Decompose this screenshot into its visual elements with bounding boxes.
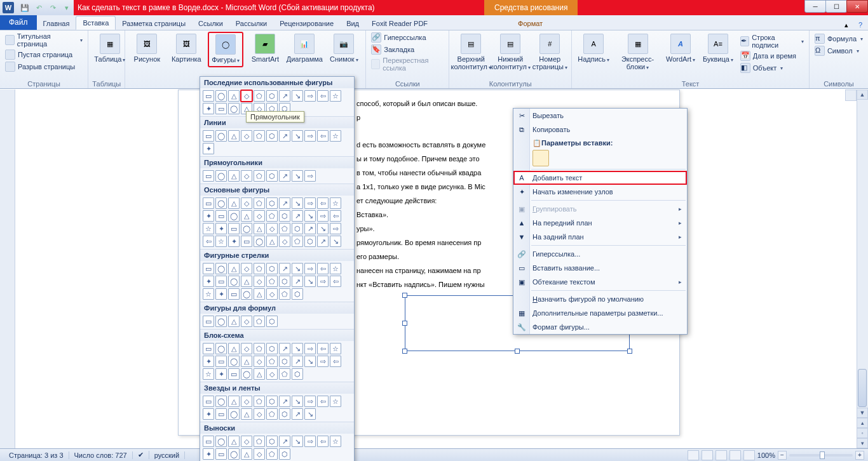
cover-page-button[interactable]: Титульная страница▾: [4, 32, 84, 48]
shape-thumbnail[interactable]: ◯: [241, 223, 252, 234]
shape-thumbnail[interactable]: ⬠: [279, 223, 290, 234]
shape-thumbnail[interactable]: ⇦: [317, 396, 329, 407]
shape-thumbnail[interactable]: ▭: [215, 103, 227, 114]
shape-thumbnail[interactable]: ↗: [279, 396, 290, 407]
clipart-button[interactable]: 🖼Картинка: [168, 32, 204, 65]
shape-thumbnail[interactable]: ↘: [292, 170, 303, 182]
shape-thumbnail[interactable]: ◇: [279, 236, 290, 247]
shape-thumbnail[interactable]: ✦: [215, 368, 227, 380]
shape-thumbnail[interactable]: ◯: [215, 130, 227, 142]
view-web[interactable]: [715, 450, 727, 460]
shape-thumbnail[interactable]: ↗: [292, 210, 303, 222]
shape-thumbnail[interactable]: ☆: [330, 263, 341, 274]
vertical-scrollbar[interactable]: ▲ ▼ ▴ ◦ ▾: [857, 90, 868, 448]
equation-button[interactable]: πФормула▾: [813, 33, 864, 44]
tab-format[interactable]: Формат: [512, 17, 549, 30]
shape-thumbnail[interactable]: ◯: [228, 356, 240, 367]
shape-thumbnail[interactable]: ◯: [215, 436, 227, 447]
tab-foxit[interactable]: Foxit Reader PDF: [365, 17, 434, 30]
status-proofing[interactable]: ✔: [133, 451, 149, 459]
shape-thumbnail[interactable]: ✦: [203, 276, 214, 287]
shape-thumbnail[interactable]: ✦: [203, 210, 214, 222]
close-button[interactable]: ✕: [846, 0, 868, 13]
tab-home[interactable]: Главная: [37, 17, 76, 30]
zoom-thumb[interactable]: [820, 451, 825, 459]
shape-thumbnail[interactable]: △: [254, 223, 265, 234]
shape-thumbnail[interactable]: ⬠: [254, 130, 265, 142]
shape-thumbnail[interactable]: ◇: [266, 368, 278, 380]
shape-thumbnail[interactable]: △: [228, 436, 240, 447]
shape-thumbnail[interactable]: ◯: [215, 90, 227, 102]
tab-page-layout[interactable]: Разметка страницы: [116, 17, 192, 30]
ctx-cut[interactable]: ✂Вырезать: [513, 109, 687, 123]
shape-thumbnail[interactable]: ◇: [241, 316, 252, 327]
shape-thumbnail[interactable]: △: [241, 356, 252, 367]
shape-thumbnail[interactable]: △: [254, 288, 265, 300]
tab-references[interactable]: Ссылки: [192, 17, 229, 30]
shape-thumbnail[interactable]: ⇨: [317, 210, 329, 222]
shape-thumbnail[interactable]: △: [228, 343, 240, 354]
shape-thumbnail[interactable]: ⇨: [304, 90, 316, 102]
shape-thumbnail[interactable]: ↘: [292, 263, 303, 274]
scroll-down-icon[interactable]: ▼: [857, 408, 868, 418]
shape-thumbnail[interactable]: ▭: [203, 263, 214, 274]
shape-thumbnail[interactable]: △: [228, 197, 240, 209]
shape-thumbnail[interactable]: ◯: [254, 236, 265, 247]
shape-thumbnail[interactable]: ⬡: [266, 90, 278, 102]
shape-thumbnail[interactable]: ✦: [215, 288, 227, 300]
ctx-hyperlink[interactable]: 🔗Гиперссылка...: [513, 247, 687, 261]
shape-thumbnail[interactable]: ☆: [330, 90, 341, 102]
shape-thumbnail[interactable]: ⇦: [317, 343, 329, 354]
shape-thumbnail[interactable]: ⬠: [266, 356, 278, 367]
quickparts-button[interactable]: ▦Экспресс-блоки▾: [615, 32, 660, 74]
screenshot-button[interactable]: 📷Снимок▾: [326, 32, 362, 66]
shape-thumbnail[interactable]: ↗: [279, 90, 290, 102]
shape-thumbnail[interactable]: ◯: [228, 276, 240, 287]
shape-thumbnail[interactable]: ↘: [330, 236, 341, 247]
shape-thumbnail[interactable]: △: [228, 170, 240, 182]
shape-thumbnail[interactable]: ◇: [254, 210, 265, 222]
smartart-button[interactable]: ▰SmartArt: [247, 32, 283, 65]
pagenum-button[interactable]: #Номер страницы▾: [532, 32, 567, 74]
shape-thumbnail[interactable]: ▭: [215, 448, 227, 460]
shape-thumbnail[interactable]: ▭: [215, 356, 227, 367]
scroll-up-icon[interactable]: ▲: [857, 90, 868, 100]
shape-thumbnail[interactable]: ⇨: [304, 263, 316, 274]
ctx-more-layout[interactable]: ▦Дополнительные параметры разметки...: [513, 306, 687, 320]
shape-thumbnail[interactable]: ◇: [254, 276, 265, 287]
shape-thumbnail[interactable]: ↗: [279, 343, 290, 354]
redo-icon[interactable]: ↷: [47, 2, 58, 13]
shape-thumbnail[interactable]: ▭: [215, 408, 227, 420]
shape-thumbnail[interactable]: ◇: [254, 356, 265, 367]
shape-thumbnail[interactable]: ⬡: [266, 197, 278, 209]
bookmark-button[interactable]: 🔖Закладка: [370, 44, 416, 55]
shape-thumbnail[interactable]: △: [241, 210, 252, 222]
view-draft[interactable]: [743, 450, 755, 460]
wordart-button[interactable]: AWordArt▾: [664, 32, 697, 66]
shape-thumbnail[interactable]: ⬠: [292, 236, 303, 247]
ctx-bring-front[interactable]: ▲На передний план▸: [513, 216, 687, 230]
shape-thumbnail[interactable]: ↗: [279, 263, 290, 274]
shape-thumbnail[interactable]: ⇨: [304, 343, 316, 354]
qat-more-icon[interactable]: ▾: [61, 2, 72, 13]
ruler-toggle[interactable]: [845, 90, 857, 101]
shape-thumbnail[interactable]: ⬠: [254, 197, 265, 209]
shape-thumbnail[interactable]: ◇: [241, 343, 252, 354]
shape-thumbnail[interactable]: ☆: [203, 223, 214, 234]
shape-thumbnail[interactable]: ◯: [215, 170, 227, 182]
shape-thumbnail[interactable]: ↗: [292, 276, 303, 287]
shape-thumbnail[interactable]: ▭: [228, 223, 240, 234]
shape-thumbnail[interactable]: ⬠: [254, 436, 265, 447]
ctx-copy[interactable]: ⧉Копировать: [513, 123, 687, 137]
shape-thumbnail[interactable]: ▭: [203, 316, 214, 327]
ctx-set-default[interactable]: Назначить фигурой по умолчанию: [513, 292, 687, 306]
shape-thumbnail[interactable]: ⬡: [292, 368, 303, 380]
shape-thumbnail[interactable]: ◯: [215, 343, 227, 354]
shape-thumbnail[interactable]: ⇨: [317, 356, 329, 367]
shape-thumbnail[interactable]: ⇦: [317, 197, 329, 209]
textbox-button[interactable]: AНадпись▾: [576, 32, 611, 66]
shape-thumbnail[interactable]: ⬠: [254, 90, 265, 102]
shape-thumbnail[interactable]: ⬡: [279, 276, 290, 287]
shape-thumbnail[interactable]: ◯: [215, 396, 227, 407]
zoom-out-button[interactable]: −: [778, 451, 787, 460]
